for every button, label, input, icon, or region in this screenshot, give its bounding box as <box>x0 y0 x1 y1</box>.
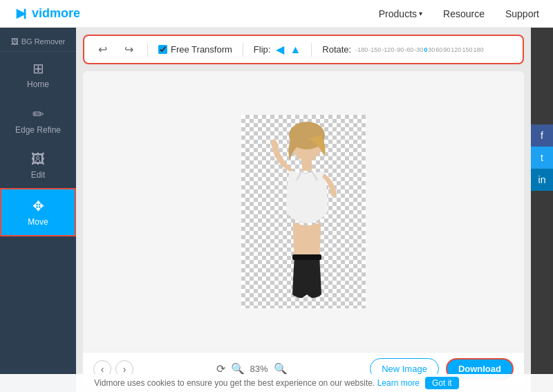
bg-remover-icon: 🖼 <box>11 37 19 46</box>
divider-1 <box>147 43 148 57</box>
svg-rect-4 <box>302 160 312 171</box>
nav-resource[interactable]: Resource <box>443 8 485 19</box>
flip-section: Flip: ◀ ▲ <box>254 43 301 56</box>
undo-button[interactable]: ↩ <box>95 41 111 57</box>
image-container <box>241 115 366 308</box>
canvas-body <box>83 71 524 352</box>
cookie-message: Vidmore uses cookies to ensure you get t… <box>94 378 420 388</box>
svg-rect-5 <box>292 254 321 260</box>
home-icon: ⊞ <box>32 60 44 77</box>
figure-overlay <box>241 115 366 308</box>
logo[interactable]: vidmore <box>14 6 80 21</box>
nav-products[interactable]: Products ▾ <box>379 8 422 19</box>
content-area: ↩ ↪ Free Transform Flip: ◀ ▲ Rotate: -18… <box>76 28 531 392</box>
free-transform-label: Free Transform <box>171 44 232 55</box>
rotate-section: Rotate: -180 -150 -120 -90 -60 -30 0 30 … <box>322 43 512 57</box>
free-transform-checkbox[interactable] <box>158 45 167 54</box>
sidebar-item-edge-refine[interactable]: ✏ Edge Refine <box>0 97 76 143</box>
chevron-down-icon: ▾ <box>419 10 422 17</box>
flip-vertical-button[interactable]: ▲ <box>290 44 301 56</box>
free-transform-control: Free Transform <box>158 44 232 55</box>
move-icon: ✥ <box>32 198 44 214</box>
sidebar-item-edit[interactable]: 🖼 Edit <box>0 143 76 188</box>
svg-rect-1 <box>24 8 26 19</box>
twitter-button[interactable]: t <box>531 147 553 169</box>
edit-icon: 🖼 <box>31 151 45 167</box>
tool-panel: ↩ ↪ Free Transform Flip: ◀ ▲ Rotate: -18… <box>83 35 524 64</box>
subject-figure <box>255 122 352 301</box>
divider-2 <box>243 43 243 57</box>
logo-icon <box>14 6 29 21</box>
learn-more-link[interactable]: Learn more <box>377 378 420 388</box>
got-it-button[interactable]: Got it <box>425 377 459 389</box>
linkedin-button[interactable]: in <box>531 169 553 191</box>
facebook-button[interactable]: f <box>531 124 553 147</box>
sidebar-item-home[interactable]: ⊞ Home <box>0 52 76 97</box>
nav-support[interactable]: Support <box>505 8 539 19</box>
flip-horizontal-button[interactable]: ◀ <box>276 43 284 56</box>
logo-wordmark: vidmore <box>32 6 80 21</box>
header: vidmore Products ▾ Resource Support <box>0 0 553 28</box>
zoom-percent: 83% <box>250 364 268 374</box>
social-bar: f t in <box>531 28 553 392</box>
divider-3 <box>311 43 312 57</box>
edge-refine-icon: ✏ <box>32 106 44 122</box>
sidebar: 🖼 BG Remover ⊞ Home ✏ Edge Refine 🖼 Edit… <box>0 28 76 392</box>
bg-remover-tab: 🖼 BG Remover <box>0 35 76 52</box>
canvas-wrapper: ‹ › ⟳ 🔍 83% 🔍 New Image Download <box>83 71 524 385</box>
main-nav: Products ▾ Resource Support <box>379 8 539 19</box>
rotate-scale[interactable]: -180 -150 -120 -90 -60 -30 0 30 60 90 12… <box>355 43 512 57</box>
cookie-bar: Vidmore uses cookies to ensure you get t… <box>0 374 553 392</box>
main-area: 🖼 BG Remover ⊞ Home ✏ Edge Refine 🖼 Edit… <box>0 28 553 392</box>
sidebar-item-move[interactable]: ✥ Move <box>0 188 76 236</box>
redo-button[interactable]: ↪ <box>121 41 137 57</box>
